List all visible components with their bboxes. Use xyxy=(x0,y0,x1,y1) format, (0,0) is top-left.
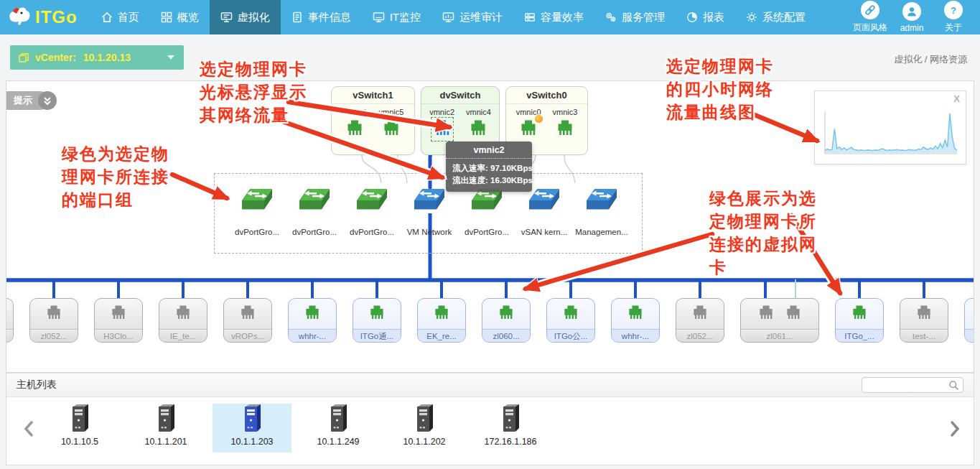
nic-card-label xyxy=(965,329,974,343)
vcenter-value: 10.1.20.13 xyxy=(83,52,131,63)
nic-vmnic2[interactable]: vmnic2 xyxy=(429,108,454,140)
app-root: ITGo 首页概览虚拟化事件信息IT监控运维审计容量效率服务管理报表系统配置 页… xyxy=(0,0,980,469)
nic-card[interactable]: IE_te... xyxy=(159,298,207,343)
port-group-VMNetwork[interactable]: VM Network xyxy=(397,187,462,236)
port-group-label: Managemen... xyxy=(569,228,634,236)
port-group-dvPortGro[interactable]: dvPortGro... xyxy=(282,187,347,236)
server-icon xyxy=(385,404,464,435)
nic-vmnic4[interactable]: vmnic4 xyxy=(466,108,491,140)
nic-card[interactable] xyxy=(964,298,974,343)
port-group-label: dvPortGro... xyxy=(225,228,289,236)
nic-port-icon xyxy=(916,305,932,322)
host-list-title: 主机列表 xyxy=(17,379,57,391)
hint-toggle[interactable]: 提示 xyxy=(6,91,50,110)
bus-stub xyxy=(375,279,378,299)
nic-card[interactable] xyxy=(6,298,14,343)
nav-item-capacity[interactable]: 容量效率 xyxy=(513,0,594,34)
switch-icon xyxy=(340,187,404,215)
vswitch-title: vSwitch1 xyxy=(332,87,414,104)
nic-card[interactable]: zl052... xyxy=(676,298,724,343)
host-item[interactable]: 10.1.1.203 xyxy=(213,404,291,452)
port-group-dvPortGro[interactable]: dvPortGro... xyxy=(454,187,519,236)
nic-card[interactable]: zl061... xyxy=(740,298,819,343)
nic-card[interactable]: EK_re... xyxy=(417,298,466,343)
host-item[interactable]: 172.16.1.186 xyxy=(471,404,550,452)
nic-card[interactable]: H3Clo... xyxy=(94,298,143,343)
nic-vmnic1[interactable]: vmnic1 xyxy=(342,108,368,140)
nav-right-question[interactable]: ?关于 xyxy=(933,0,974,34)
nav-item-system-config[interactable]: 系统配置 xyxy=(735,0,816,34)
nic-card-label: IE_te... xyxy=(159,329,207,343)
host-scroll-right-icon[interactable] xyxy=(947,420,963,440)
nav-item-it-monitor[interactable]: IT监控 xyxy=(362,0,431,34)
nav-item-home[interactable]: 首页 xyxy=(90,0,150,34)
port-group-vSANkern[interactable]: vSAN kern... xyxy=(512,187,577,236)
topology-canvas: 提示 dvPortGro...dvPortGro...dvPortGro...V… xyxy=(6,80,974,373)
nic-card-ports xyxy=(965,299,974,329)
host-item[interactable]: 10.1.1.249 xyxy=(299,404,378,452)
double-chevron-down-icon[interactable] xyxy=(38,91,57,110)
server-icon xyxy=(40,404,119,435)
nav-item-ops-audit[interactable]: 运维审计 xyxy=(431,0,513,34)
app-logo[interactable]: ITGo xyxy=(0,0,90,34)
nic-card-ports xyxy=(836,299,883,329)
nic-card-label: zl052... xyxy=(676,329,724,343)
close-icon[interactable]: X xyxy=(953,93,960,104)
nav-item-event-info[interactable]: 事件信息 xyxy=(281,0,362,34)
nav-item-label: 服务管理 xyxy=(622,11,665,24)
nic-port-icon xyxy=(851,305,867,322)
breadcrumb-item[interactable]: 虚拟化 xyxy=(894,54,922,65)
bus-stub xyxy=(764,279,767,299)
nic-card-ports xyxy=(95,299,142,329)
chevron-down-icon xyxy=(167,55,174,60)
host-list-panel: 主机列表 10.1.10.510.1.1.20110.1.1.20310.1.1… xyxy=(6,373,974,465)
vswitch-vSwitch1[interactable]: vSwitch1vmnic1vmnic5 xyxy=(331,86,415,155)
nav-item-overview[interactable]: 概览 xyxy=(150,0,210,34)
nic-card[interactable]: zl052... xyxy=(29,298,78,343)
nic-card[interactable]: ITGo公... xyxy=(546,298,595,343)
nic-card[interactable]: whhr-... xyxy=(288,298,337,343)
switch-icon xyxy=(569,187,634,215)
nic-vmnic3[interactable]: vmnic3 xyxy=(553,108,578,140)
nic-port-icon xyxy=(498,305,514,322)
nic-port-icon xyxy=(627,305,643,322)
breadcrumb-item[interactable]: 网络资源 xyxy=(930,54,967,65)
nic-card-ports xyxy=(612,299,659,329)
virtualization-icon xyxy=(220,11,233,23)
nav-item-report[interactable]: 报表 xyxy=(676,0,735,34)
nic-vmnic5[interactable]: vmnic5 xyxy=(379,108,404,140)
nic-card[interactable]: ITGo_... xyxy=(835,298,884,343)
host-item[interactable]: 10.1.1.202 xyxy=(385,404,464,452)
annotation-line: 选定物理网卡 xyxy=(666,55,774,78)
host-item[interactable]: 10.1.1.201 xyxy=(126,404,205,452)
tooltip-metric: 流入速率: 97.10KBps xyxy=(452,162,526,175)
nic-card[interactable]: zl060... xyxy=(482,298,531,343)
nav-item-label: IT监控 xyxy=(390,11,421,24)
nic-card-ports xyxy=(6,299,13,329)
host-scroll-left-icon[interactable] xyxy=(21,420,37,440)
vswitch-title: vSwitch0 xyxy=(506,87,587,104)
nic-card-label: vROPs... xyxy=(224,329,271,343)
nav-item-virtualization[interactable]: 虚拟化 xyxy=(210,0,281,34)
nav-right-user[interactable]: admin xyxy=(891,0,933,34)
bus-stub xyxy=(699,279,701,299)
host-item[interactable]: 10.1.10.5 xyxy=(40,404,119,452)
port-group-dvPortGro[interactable]: dvPortGro... xyxy=(340,187,404,236)
nic-vmnic0[interactable]: vmnic0 xyxy=(516,108,541,140)
port-group-Managemen[interactable]: Managemen... xyxy=(569,187,634,236)
search-icon[interactable] xyxy=(948,380,959,394)
vcenter-selector[interactable]: vCenter: 10.1.20.13 xyxy=(10,45,184,70)
nic-card[interactable]: test-... xyxy=(900,298,948,343)
overview-icon xyxy=(161,11,172,23)
question-icon: ? xyxy=(944,1,963,19)
nic-card[interactable]: whhr-... xyxy=(611,298,660,343)
bus-stub xyxy=(440,279,443,299)
host-ip-label: 10.1.1.249 xyxy=(299,437,378,447)
nic-card[interactable]: ITGo通... xyxy=(353,298,401,343)
nic-card-ports xyxy=(353,299,401,329)
nav-right-label: 页面风格 xyxy=(853,22,887,34)
nic-card[interactable]: vROPs... xyxy=(223,298,272,343)
nav-right-link[interactable]: 页面风格 xyxy=(849,0,891,34)
nav-item-service-mgmt[interactable]: 服务管理 xyxy=(594,0,676,34)
port-group-dvPortGro[interactable]: dvPortGro... xyxy=(225,187,289,236)
